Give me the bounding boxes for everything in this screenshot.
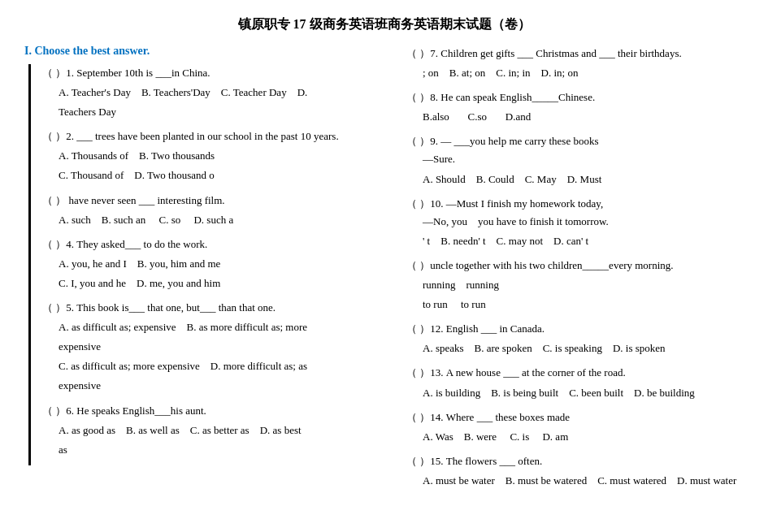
q2-options: A. Thousands of B. Two thousands: [59, 147, 398, 165]
question-15: （ ）15. The flowers ___ often. A. must be…: [406, 452, 744, 490]
q6-options: A. as good as B. as well as C. as better…: [59, 422, 398, 439]
question-12: （ ）12. English ___ in Canada. A. speaks …: [406, 320, 744, 357]
q7-text: （ ）7. Children get gifts ___ Christmas a…: [406, 45, 682, 63]
q2-num: （ ）2. ___ trees have been planted in our…: [42, 128, 339, 145]
q4-num: （ ）4. They asked___ to do the work.: [42, 236, 207, 253]
q8-text: （ ）8. He can speak English_____Chinese.: [406, 89, 595, 106]
q12-options: A. speaks B. are spoken C. is speaking D…: [423, 340, 744, 357]
q2-options2: C. Thousand of D. Two thousand o: [59, 167, 398, 184]
q5-options: A. as difficult as; expensive B. as more…: [59, 318, 398, 336]
section1-header: I. Choose the best answer.: [24, 45, 398, 58]
question-7: （ ）7. Children get gifts ___ Christmas a…: [406, 45, 744, 82]
q4-options: A. you, he and I B. you, him and me: [59, 255, 398, 273]
question-6: （ ）6. He speaks English___his aunt. A. a…: [42, 402, 398, 459]
q11-text: （ ）uncle together with his two children_…: [406, 257, 674, 275]
question-13: （ ）13. A new house ___ at the corner of …: [406, 364, 744, 401]
page-title: 镇原职专 17 级商务英语班商务英语期末试题（卷）: [24, 16, 744, 33]
q8-options: B.also C.so D.and: [423, 108, 744, 126]
q5-num: （ ）5. This book is___ that one, but___ t…: [42, 299, 276, 317]
question-8: （ ）8. He can speak English_____Chinese. …: [406, 89, 744, 126]
q1-options: A. Teacher's Day B. Teachers'Day C. Teac…: [59, 84, 398, 102]
q14-text: （ ）14. Where ___ these boxes made: [406, 409, 570, 426]
question-1: （ ）1. September 10th is ___in China. A. …: [42, 64, 398, 121]
question-9: （ ）9. — ___you help me carry these books…: [406, 132, 744, 188]
question-10: （ ）10. —Must I finish my homework today,…: [406, 195, 744, 250]
q10-text: （ ）10. —Must I finish my homework today,: [406, 195, 603, 213]
q5-cont2: expensive: [59, 377, 398, 395]
q12-text: （ ）12. English ___ in Canada.: [406, 320, 545, 338]
q10-options: ' t B. needn' t C. may not D. can' t: [423, 232, 744, 250]
q9-sub: —Sure.: [423, 150, 744, 168]
question-2: （ ）2. ___ trees have been planted in our…: [42, 128, 398, 184]
q5-cont1: expensive: [59, 338, 398, 356]
q3-num: （ ） have never seen ___ interesting film…: [42, 192, 225, 210]
q13-options: A. is building B. is being built C. been…: [423, 384, 744, 402]
q4-options2: C. I, you and he D. me, you and him: [59, 275, 398, 292]
q6-num: （ ）6. He speaks English___his aunt.: [42, 402, 206, 420]
q1-num: （ ）1. September 10th is ___in China.: [42, 64, 210, 82]
q5-options2: C. as difficult as; more expensive D. mo…: [59, 357, 398, 375]
q10-sub: —No, you you have to finish it tomorrow.: [423, 213, 744, 231]
q3-options: A. such B. such an C. so D. such a: [59, 211, 398, 229]
q6-cont: as: [59, 441, 398, 459]
question-4: （ ）4. They asked___ to do the work. A. y…: [42, 236, 398, 292]
q11-options: running running: [423, 276, 744, 294]
q9-options: A. Should B. Could C. May D. Must: [423, 171, 744, 188]
question-3: （ ） have never seen ___ interesting film…: [42, 192, 398, 229]
q13-text: （ ）13. A new house ___ at the corner of …: [406, 364, 626, 382]
question-11: （ ）uncle together with his two children_…: [406, 257, 744, 314]
q15-options: A. must be water B. must be watered C. m…: [423, 472, 744, 490]
q11-options2: to run to run: [423, 296, 744, 314]
question-14: （ ）14. Where ___ these boxes made A. Was…: [406, 409, 744, 446]
q9-text: （ ）9. — ___you help me carry these books: [406, 132, 598, 150]
q1-options2: Teachers Day: [59, 103, 398, 121]
question-5: （ ）5. This book is___ that one, but___ t…: [42, 299, 398, 395]
q14-options: A. Was B. were C. is D. am: [423, 428, 744, 446]
q15-text: （ ）15. The flowers ___ often.: [406, 452, 542, 470]
q7-options: ; on B. at; on C. in; in D. in; on: [423, 64, 744, 82]
